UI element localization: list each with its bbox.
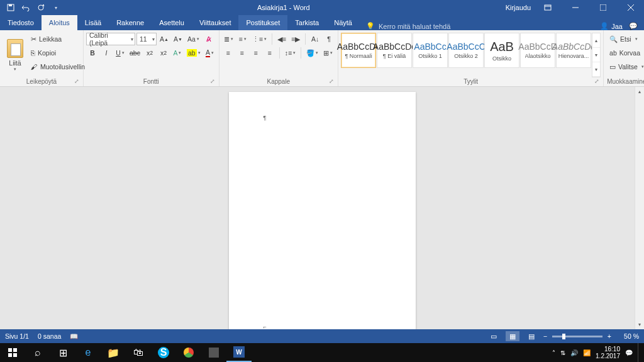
share-button[interactable]: 👤 Jaa: [600, 22, 623, 30]
superscript-button[interactable]: x2: [157, 47, 170, 59]
ribbon-display-button[interactable]: [537, 0, 558, 15]
scroll-up[interactable]: ▴: [635, 87, 644, 96]
tab-file[interactable]: Tiedosto: [0, 15, 42, 30]
qat-customize[interactable]: ▾: [50, 2, 62, 13]
wifi-icon[interactable]: 📶: [583, 349, 591, 356]
tab-home[interactable]: Aloitus: [42, 15, 77, 30]
style-title[interactable]: AaBOtsikko: [484, 33, 519, 68]
sort-button[interactable]: A↓: [309, 33, 321, 45]
network-icon[interactable]: ⇅: [560, 349, 565, 356]
style-subtitle[interactable]: AaBbCcDAlaotsikko: [520, 33, 555, 68]
clear-formatting-button[interactable]: A̷: [203, 33, 215, 45]
borders-button[interactable]: ⊞: [321, 47, 335, 59]
style-scroll-down[interactable]: ▾: [592, 48, 600, 62]
tab-mailings[interactable]: Postitukset: [238, 15, 287, 30]
vertical-scrollbar[interactable]: ▴ ▾: [635, 87, 644, 329]
word-count[interactable]: 0 sanaa: [38, 332, 61, 340]
document-area[interactable]: ¶ ⌐ ▴ ▾: [0, 87, 644, 329]
paragraph-launcher[interactable]: ⤢: [329, 78, 334, 84]
font-color-button[interactable]: A: [204, 47, 216, 59]
tab-view[interactable]: Näytä: [326, 15, 360, 30]
edge-button[interactable]: e: [75, 343, 101, 362]
align-center-button[interactable]: ≡: [236, 47, 248, 59]
zoom-thumb[interactable]: [562, 334, 565, 339]
page-number[interactable]: Sivu 1/1: [5, 332, 29, 340]
comments-icon[interactable]: 💬: [629, 22, 638, 30]
zoom-out-button[interactable]: −: [543, 332, 547, 340]
notifications-icon[interactable]: 💬: [625, 349, 633, 356]
zoom-slider[interactable]: [552, 336, 602, 337]
page[interactable]: ¶ ⌐: [229, 92, 416, 329]
skype-button[interactable]: S: [151, 343, 176, 362]
tell-me-search[interactable]: 💡 Kerro mitä haluat tehdä: [360, 22, 457, 30]
undo-button[interactable]: [20, 2, 31, 13]
minimize-button[interactable]: [565, 0, 586, 15]
web-layout-button[interactable]: ▤: [525, 331, 538, 341]
font-size-combo[interactable]: 11: [136, 33, 157, 45]
zoom-level[interactable]: 50 %: [616, 332, 639, 340]
justify-button[interactable]: ≡: [264, 47, 276, 59]
numbering-button[interactable]: ≡: [236, 33, 249, 45]
text-effects-button[interactable]: A: [171, 47, 184, 59]
print-layout-button[interactable]: ▦: [506, 331, 519, 341]
tray-chevron[interactable]: ˄: [552, 349, 555, 356]
copy-button[interactable]: ⎘Kopioi: [29, 47, 80, 59]
tab-insert[interactable]: Lisää: [77, 15, 109, 30]
tab-layout[interactable]: Asettelu: [152, 15, 192, 30]
spell-check-icon[interactable]: 📖: [70, 332, 78, 341]
subscript-button[interactable]: x2: [143, 47, 156, 59]
chrome-button[interactable]: [176, 343, 201, 362]
font-launcher[interactable]: ⤢: [210, 78, 215, 84]
redo-button[interactable]: [35, 2, 47, 13]
search-button[interactable]: ⌕: [25, 343, 50, 362]
shading-button[interactable]: 🪣: [304, 47, 320, 59]
change-case-button[interactable]: Aa: [186, 33, 201, 45]
increase-indent-button[interactable]: ≡▶: [289, 33, 302, 45]
style-heading2[interactable]: AaBbCcCOtsikko 2: [448, 33, 484, 68]
tab-references[interactable]: Viittaukset: [192, 15, 239, 30]
format-painter-button[interactable]: 🖌Muotoilusivellin: [29, 60, 80, 73]
paste-button[interactable]: Liitä ▾: [3, 31, 28, 77]
cut-button[interactable]: ✂Leikkaa: [29, 33, 80, 45]
show-marks-button[interactable]: ¶: [323, 33, 335, 45]
style-scroll-up[interactable]: ▴: [592, 33, 600, 48]
tab-design[interactable]: Rakenne: [109, 15, 152, 30]
select-button[interactable]: ▭Valitse: [606, 60, 644, 73]
bullets-button[interactable]: ≣: [222, 33, 235, 45]
align-right-button[interactable]: ≡: [250, 47, 262, 59]
style-subtle[interactable]: AaBbCcDcHienovara...: [556, 33, 591, 68]
sign-in-link[interactable]: Kirjaudu: [506, 4, 531, 11]
replace-button[interactable]: abKorvaa: [606, 47, 644, 59]
clipboard-launcher[interactable]: ⤢: [74, 78, 79, 84]
zoom-in-button[interactable]: +: [608, 332, 611, 340]
style-heading1[interactable]: AaBbCcOtsikko 1: [413, 33, 448, 68]
grow-font-button[interactable]: A▲: [158, 33, 170, 45]
style-expand[interactable]: ▾: [592, 62, 600, 77]
font-name-combo[interactable]: Calibri (Leipä: [86, 33, 135, 45]
strikethrough-button[interactable]: abc: [128, 47, 142, 59]
word-taskbar-button[interactable]: W: [226, 343, 252, 362]
task-view-button[interactable]: ⊞: [50, 343, 75, 362]
close-button[interactable]: [620, 0, 641, 15]
shrink-font-button[interactable]: A▼: [172, 33, 184, 45]
clock[interactable]: 16:10 1.2.2017: [596, 346, 620, 359]
start-button[interactable]: [0, 343, 25, 362]
store-button[interactable]: 🛍: [126, 343, 151, 362]
scroll-down[interactable]: ▾: [635, 320, 644, 329]
style-normal[interactable]: AaBbCcDc¶ Normaali: [341, 33, 376, 68]
save-button[interactable]: [5, 2, 16, 13]
read-mode-button[interactable]: ▭: [487, 331, 501, 341]
find-button[interactable]: 🔍Etsi: [606, 33, 644, 45]
align-left-button[interactable]: ≡: [222, 47, 235, 59]
underline-button[interactable]: U: [114, 47, 126, 59]
maximize-button[interactable]: [592, 0, 614, 15]
styles-launcher[interactable]: ⤢: [594, 78, 599, 84]
italic-button[interactable]: I: [100, 47, 113, 59]
tab-review[interactable]: Tarkista: [287, 15, 326, 30]
line-spacing-button[interactable]: ↕≡: [283, 47, 297, 59]
highlight-button[interactable]: ab: [185, 47, 203, 59]
show-desktop[interactable]: [638, 343, 641, 362]
decrease-indent-button[interactable]: ◀≡: [275, 33, 288, 45]
multilevel-button[interactable]: ⋮≡: [250, 33, 269, 45]
style-no-spacing[interactable]: AaBbCcDc¶ Ei väliä: [377, 33, 412, 68]
